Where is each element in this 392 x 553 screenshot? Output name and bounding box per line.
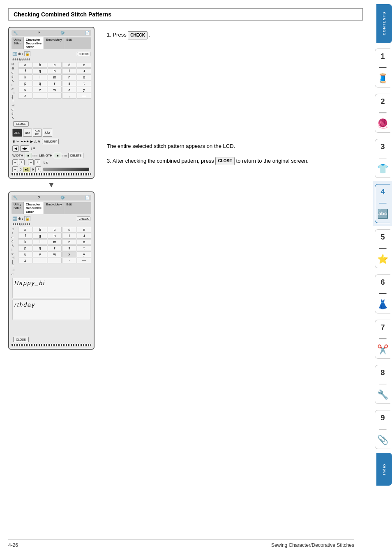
- c2-j[interactable]: J: [77, 233, 91, 239]
- tab-4[interactable]: 4 — 🔤: [373, 181, 392, 226]
- close-button-inline[interactable]: CLOSE: [215, 157, 234, 165]
- c2-a[interactable]: a: [18, 227, 32, 233]
- tab-7[interactable]: 7 — ✂️: [373, 316, 392, 362]
- char-p[interactable]: p: [18, 81, 32, 86]
- char-x[interactable]: x: [62, 87, 76, 92]
- width-plus[interactable]: +: [19, 159, 25, 165]
- c2-x[interactable]: x: [62, 251, 76, 257]
- tab-character-decorative[interactable]: CharacterDecorativeStitch: [24, 37, 44, 49]
- c2-i[interactable]: i: [62, 233, 76, 239]
- tab2-char[interactable]: CharacterDecorativeStitch: [24, 202, 44, 214]
- tab-embroidery[interactable]: Embroidery: [44, 37, 64, 49]
- check-button-2[interactable]: CHECK: [77, 217, 90, 221]
- char-b[interactable]: b: [33, 62, 47, 68]
- char-f[interactable]: f: [18, 68, 32, 74]
- char-n[interactable]: n: [62, 74, 76, 80]
- char-h[interactable]: h: [48, 68, 62, 74]
- c2-o[interactable]: o: [77, 239, 91, 245]
- cat-abc-upper[interactable]: ABC: [12, 129, 22, 137]
- c2-e2[interactable]: [48, 258, 62, 263]
- cat-numbers[interactable]: 0~98?!: [33, 129, 42, 137]
- tab-2[interactable]: 2 — 🧶: [373, 90, 392, 136]
- char-i[interactable]: i: [62, 68, 76, 74]
- char-empty2[interactable]: [48, 93, 62, 99]
- char-e[interactable]: e: [77, 62, 91, 68]
- char-o[interactable]: o: [77, 74, 91, 80]
- tension-plus[interactable]: +: [35, 166, 41, 172]
- close-button-1[interactable]: CLOSE: [13, 121, 29, 127]
- char-q[interactable]: q: [33, 81, 47, 86]
- tab-6[interactable]: 6 — 👗: [373, 271, 392, 316]
- tab2-edit[interactable]: Edit: [64, 202, 74, 214]
- c2-n[interactable]: n: [62, 239, 76, 245]
- char-y[interactable]: y: [77, 87, 91, 92]
- c2-e1[interactable]: [33, 258, 47, 263]
- char-w[interactable]: w: [48, 87, 62, 92]
- c2-e[interactable]: e: [77, 227, 91, 233]
- c2-t[interactable]: t: [77, 245, 91, 251]
- char-z[interactable]: z: [18, 93, 32, 99]
- char-v[interactable]: v: [33, 87, 47, 92]
- char-s[interactable]: s: [62, 81, 76, 86]
- tab-5[interactable]: 5 — ⭐: [373, 226, 392, 271]
- char-m[interactable]: m: [48, 74, 62, 80]
- tension-minus[interactable]: −: [12, 166, 18, 172]
- char-r[interactable]: r: [48, 81, 62, 86]
- c2-p[interactable]: p: [18, 245, 32, 251]
- c2-h[interactable]: h: [48, 233, 62, 239]
- c2-b[interactable]: b: [33, 227, 47, 233]
- check-button-inline[interactable]: CHECK: [128, 31, 148, 39]
- char-empty1[interactable]: [33, 93, 47, 99]
- tab-7-dash: —: [379, 334, 387, 342]
- tab-9[interactable]: 9 — 📎: [373, 407, 392, 452]
- char-k[interactable]: k: [18, 74, 32, 80]
- c2-f[interactable]: f: [18, 233, 32, 239]
- c2-y[interactable]: y: [77, 251, 91, 257]
- length-plus[interactable]: +: [35, 159, 40, 165]
- c2-z[interactable]: z: [18, 258, 32, 263]
- c2-d[interactable]: d: [62, 227, 76, 233]
- c2-w[interactable]: w: [48, 251, 62, 257]
- c2-g[interactable]: g: [33, 233, 47, 239]
- c2-r[interactable]: r: [48, 245, 62, 251]
- close-button-2[interactable]: CLOSE: [13, 337, 29, 342]
- tab-utility-stitch[interactable]: UtilityStitch: [12, 37, 24, 49]
- tab-3[interactable]: 3 — 👕: [373, 136, 392, 181]
- c2-s[interactable]: s: [62, 245, 76, 251]
- char-dash[interactable]: —: [77, 93, 91, 99]
- delete-button[interactable]: DELETE: [68, 153, 83, 158]
- tab-8[interactable]: 8 — 🔧: [373, 362, 392, 407]
- char-t[interactable]: t: [77, 81, 91, 86]
- c2-dash[interactable]: —: [77, 258, 91, 263]
- tab2-embroidery[interactable]: Embroidery: [44, 202, 64, 214]
- c2-v[interactable]: v: [33, 251, 47, 257]
- char-j[interactable]: J: [77, 68, 91, 74]
- cat-special[interactable]: ÄÅä: [43, 129, 52, 137]
- tab-edit[interactable]: Edit: [64, 37, 74, 49]
- char-u[interactable]: u: [18, 87, 32, 92]
- char-l[interactable]: l: [33, 74, 47, 80]
- char-a[interactable]: a: [18, 62, 32, 68]
- tab-1[interactable]: 1 — 🧵: [373, 45, 392, 90]
- length-minus[interactable]: −: [28, 159, 34, 165]
- c2-m[interactable]: m: [48, 239, 62, 245]
- memory-button[interactable]: MEMORY: [42, 139, 59, 144]
- char-g[interactable]: g: [33, 68, 47, 74]
- tab2-utility[interactable]: UtilityStitch: [12, 202, 24, 214]
- char-d[interactable]: d: [62, 62, 76, 68]
- nav-right[interactable]: ◀▶: [20, 145, 29, 152]
- width-minus[interactable]: −: [12, 159, 18, 165]
- c2-period[interactable]: ·: [62, 258, 76, 263]
- c2-l[interactable]: l: [33, 239, 47, 245]
- tab-index[interactable]: Index: [376, 453, 392, 486]
- c2-c[interactable]: c: [48, 227, 62, 233]
- c2-u[interactable]: u: [18, 251, 32, 257]
- char-c[interactable]: c: [48, 62, 62, 68]
- tab-contents[interactable]: CONTENTS: [376, 4, 392, 43]
- c2-q[interactable]: q: [33, 245, 47, 251]
- c2-k[interactable]: k: [18, 239, 32, 245]
- check-button-1[interactable]: CHECK: [77, 52, 90, 56]
- char-comma[interactable]: ,: [62, 93, 76, 99]
- cat-abc-lower[interactable]: abc: [23, 129, 32, 137]
- nav-left[interactable]: ◀: [12, 145, 19, 152]
